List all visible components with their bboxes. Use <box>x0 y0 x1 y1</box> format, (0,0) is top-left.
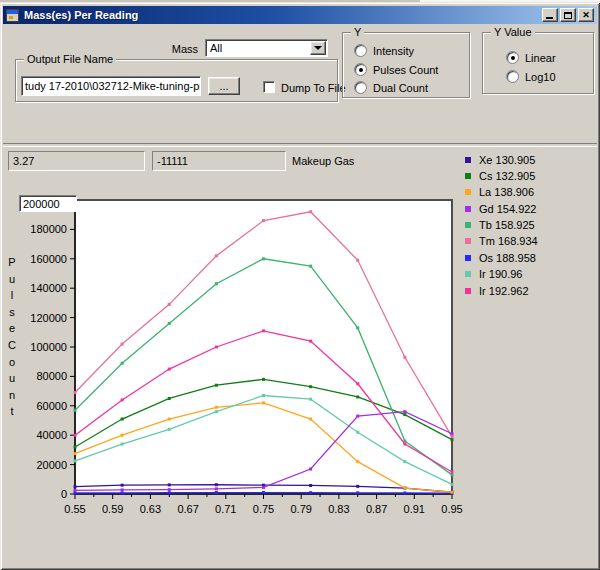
legend-item-label: Tb 158.925 <box>479 219 535 231</box>
svg-text:0.67: 0.67 <box>177 503 198 515</box>
svg-text:0.83: 0.83 <box>328 503 349 515</box>
radio-linear-label: Linear <box>525 52 556 64</box>
legend-swatch-icon <box>465 238 471 244</box>
legend-swatch-icon <box>465 255 471 261</box>
y-max-input[interactable]: 200000 <box>19 195 77 212</box>
legend-swatch-icon <box>465 173 471 179</box>
svg-text:0.95: 0.95 <box>441 503 462 515</box>
legend-item-label: Gd 154.922 <box>479 203 537 215</box>
legend-item: Cs 132.905 <box>465 170 538 181</box>
legend-item: Tm 168.934 <box>465 236 538 247</box>
minimize-button[interactable] <box>542 8 558 22</box>
legend-item-label: Xe 130.905 <box>479 154 535 166</box>
svg-text:20000: 20000 <box>36 459 67 471</box>
legend-swatch-icon <box>465 288 471 294</box>
legend-item: Tb 158.925 <box>465 220 538 231</box>
legend-item: Ir 192.962 <box>465 285 538 296</box>
legend-item: Xe 130.905 <box>465 154 538 165</box>
radio-intensity[interactable] <box>354 44 367 57</box>
svg-text:0.71: 0.71 <box>215 503 236 515</box>
chart-legend: Xe 130.905Cs 132.905La 138.906Gd 154.922… <box>465 154 538 296</box>
mass-combobox-dropdown-button[interactable] <box>310 41 326 55</box>
radio-log10-label: Log10 <box>525 71 556 83</box>
svg-text:100000: 100000 <box>30 341 67 353</box>
output-file-input[interactable]: tudy 17-2010\032712-Mike-tuning-pre <box>21 76 201 96</box>
svg-text:0.63: 0.63 <box>140 503 161 515</box>
dump-to-file-checkbox[interactable] <box>263 81 275 93</box>
mass-combobox[interactable]: All <box>205 39 328 57</box>
svg-text:140000: 140000 <box>30 282 67 294</box>
output-file-group-title: Output File Name <box>24 53 116 65</box>
minimize-icon <box>546 17 553 19</box>
legend-item-label: Tm 168.934 <box>479 235 538 247</box>
svg-text:180000: 180000 <box>30 223 67 235</box>
svg-text:80000: 80000 <box>36 370 67 382</box>
legend-swatch-icon <box>465 271 471 277</box>
svg-text:40000: 40000 <box>36 429 67 441</box>
chevron-down-icon <box>314 46 322 50</box>
y-group-title: Y <box>351 26 364 38</box>
radio-linear[interactable] <box>506 51 519 64</box>
svg-text:0.75: 0.75 <box>253 503 274 515</box>
browse-button[interactable]: ... <box>208 77 240 95</box>
legend-item: Gd 154.922 <box>465 203 538 214</box>
legend-swatch-icon <box>465 206 471 212</box>
legend-swatch-icon <box>465 189 471 195</box>
svg-text:120000: 120000 <box>30 312 67 324</box>
legend-item: La 138.906 <box>465 187 538 198</box>
svg-text:0.87: 0.87 <box>366 503 387 515</box>
mass-combobox-value: All <box>210 42 222 54</box>
dump-to-file-label: Dump To File <box>281 82 346 94</box>
svg-text:160000: 160000 <box>30 253 67 265</box>
radio-dual-count[interactable] <box>354 81 367 94</box>
yvalue-group-title: Y Value <box>491 26 535 38</box>
app-icon <box>6 9 19 22</box>
radio-log10[interactable] <box>506 70 519 83</box>
legend-item-label: Ir 192.962 <box>479 285 529 297</box>
output-file-value: tudy 17-2010\032712-Mike-tuning-pre <box>25 80 201 92</box>
svg-text:0.55: 0.55 <box>64 503 85 515</box>
maximize-icon <box>564 12 572 19</box>
legend-item-label: Cs 132.905 <box>479 170 535 182</box>
close-button[interactable]: ✕ <box>578 8 594 22</box>
svg-text:0.91: 0.91 <box>404 503 425 515</box>
legend-item-label: Os 188.958 <box>479 252 536 264</box>
radio-dual-count-label: Dual Count <box>373 82 428 94</box>
maximize-button[interactable] <box>560 8 576 22</box>
legend-swatch-icon <box>465 157 471 163</box>
legend-item: Os 188.958 <box>465 252 538 263</box>
radio-pulses-count-label: Pulses Count <box>373 64 438 76</box>
title-bar[interactable]: Mass(es) Per Reading ✕ <box>3 6 597 24</box>
app-window: Mass(es) Per Reading ✕ Mass All Output F… <box>0 2 600 570</box>
legend-item-label: La 138.906 <box>479 186 534 198</box>
legend-swatch-icon <box>465 222 471 228</box>
radio-intensity-label: Intensity <box>373 45 414 57</box>
close-icon: ✕ <box>582 11 590 20</box>
y-axis-label: PulseCount <box>6 254 18 420</box>
svg-text:0.59: 0.59 <box>102 503 123 515</box>
legend-item: Ir 190.96 <box>465 269 538 280</box>
svg-text:0.79: 0.79 <box>290 503 311 515</box>
chart-region: 0.550.590.630.670.710.750.790.830.870.91… <box>0 145 600 570</box>
radio-pulses-count[interactable] <box>354 63 367 76</box>
legend-item-label: Ir 190.96 <box>479 268 522 280</box>
svg-text:0: 0 <box>61 488 67 500</box>
mass-label: Mass <box>140 43 198 55</box>
browse-button-label: ... <box>219 80 228 92</box>
window-title: Mass(es) Per Reading <box>24 9 542 21</box>
svg-text:60000: 60000 <box>36 400 67 412</box>
